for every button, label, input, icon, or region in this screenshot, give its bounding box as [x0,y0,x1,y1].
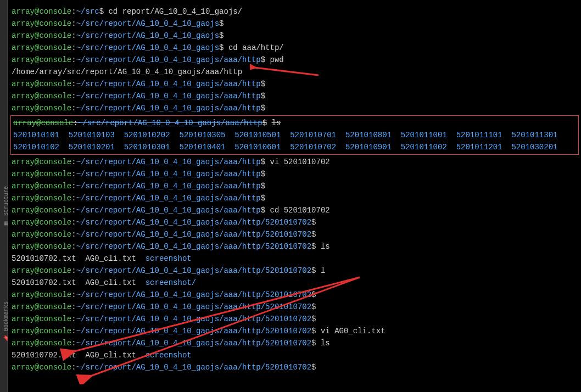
prompt-user: array@console [12,7,71,16]
terminal-line: array@console:~/src/report/AG_10_0_4_10_… [12,54,578,66]
terminal-line: array@console:~/src/report/AG_10_0_4_10_… [12,192,578,204]
terminal-line: array@console:~/src/report/AG_10_0_4_10_… [12,180,578,192]
terminal-line: array@console:~/src/report/AG_10_0_4_10_… [12,361,578,373]
sidebar-structure-tab[interactable]: ▦ Structure [1,186,7,227]
terminal-line: array@console:~/src/report/AG_10_0_4_10_… [12,204,578,216]
ide-sidebar: ▦ Structure 🔖 Bookmarks [0,0,8,392]
terminal-line: array@console:~/src/report/AG_10_0_4_10_… [12,301,578,313]
terminal-line: array@console:~/src/report/AG_10_0_4_10_… [12,313,578,325]
terminal-line: array@console:~/src/report/AG_10_0_4_10_… [12,168,578,180]
terminal-line: array@console:~/src/report/AG_10_0_4_10_… [12,289,578,301]
terminal-line: array@console:~/src/report/AG_10_0_4_10_… [12,90,578,102]
terminal-line: array@console:~/src/report/AG_10_0_4_10_… [12,265,578,277]
terminal-line: array@console:~/src/report/AG_10_0_4_10_… [12,216,578,228]
terminal-line: array@console:~/src/report/AG_10_0_4_10_… [12,240,578,253]
terminal-line: array@console:~/src/report/AG_10_0_4_10_… [12,18,578,30]
terminal-line: array@console:~/src/report/AG_10_0_4_10_… [12,102,578,114]
terminal-line: array@console:~/src/report/AG_10_0_4_10_… [12,156,578,168]
command-text: cd report/AG_10_0_4_10_gaojs/ [108,7,242,16]
l-output: 5201010702.txt AG0_cli.txt screenshot/ [12,277,578,289]
ls-output: 5201010702.txt AG0_cli.txt screenshot [12,349,578,361]
terminal-line: array@console:~/src/report/AG_10_0_4_10_… [12,325,578,337]
ls-output-row: 5201010101 5201010103 5201010202 5201010… [13,129,576,141]
terminal-line: array@console:~/src/report/AG_10_0_4_10_… [12,78,578,90]
terminal-line: array@console:~/src/report/AG_10_0_4_10_… [12,228,578,240]
ls-output-row: 5201010102 5201010201 5201010301 5201010… [13,141,576,153]
terminal-line: array@console:~/src$ cd report/AG_10_0_4… [12,5,578,18]
sidebar-bookmarks-tab[interactable]: 🔖 Bookmarks [1,301,7,343]
terminal-line: array@console:~/src/report/AG_10_0_4_10_… [12,337,578,349]
ls-output: 5201010702.txt AG0_cli.txt screenshot [12,253,578,265]
terminal-line: array@console:~/src/report/AG_10_0_4_10_… [12,42,578,54]
terminal-line: array@console:~/src/report/AG_10_0_4_10_… [12,30,578,42]
pwd-output: /home/array/src/report/AG_10_0_4_10_gaoj… [12,66,578,78]
terminal-panel[interactable]: array@console:~/src$ cd report/AG_10_0_4… [8,0,581,392]
terminal-line: array@console:~/src/report/AG_10_0_4_10_… [13,117,576,129]
highlight-box: array@console:~/src/report/AG_10_0_4_10_… [10,115,579,155]
prompt-path: ~/src [76,7,99,16]
